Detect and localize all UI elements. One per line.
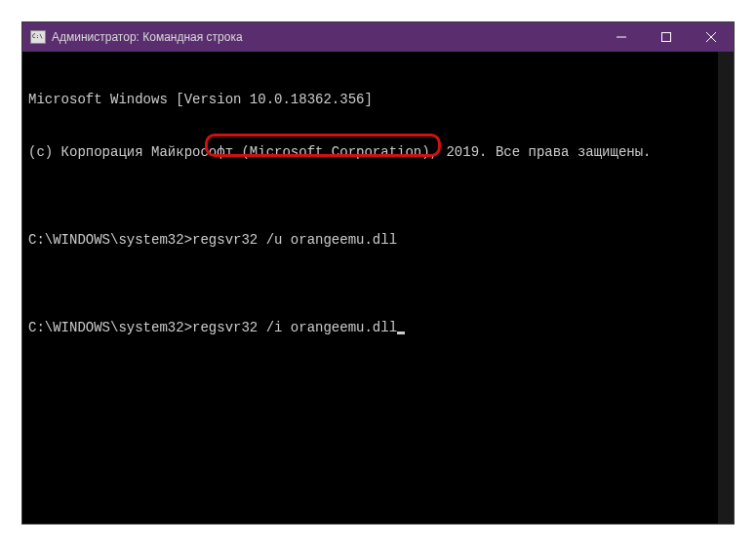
command-text: regsvr32 /u orangeemu.dll bbox=[192, 232, 397, 248]
copyright-line: (c) Корпорация Майкрософт (Microsoft Cor… bbox=[28, 143, 728, 161]
console-output[interactable]: Microsoft Windows [Version 10.0.18362.35… bbox=[22, 52, 734, 524]
close-icon bbox=[706, 32, 716, 42]
text-cursor bbox=[397, 332, 405, 334]
close-button[interactable] bbox=[689, 22, 734, 52]
prompt-path: C:\WINDOWS\system32> bbox=[28, 320, 192, 335]
svg-rect-1 bbox=[662, 33, 671, 42]
minimize-button[interactable] bbox=[599, 22, 644, 52]
command-text: regsvr32 /i orangeemu.dll bbox=[192, 320, 397, 335]
maximize-icon bbox=[661, 32, 671, 42]
window-title: Администратор: Командная строка bbox=[52, 30, 599, 44]
version-line: Microsoft Windows [Version 10.0.18362.35… bbox=[28, 91, 728, 108]
prompt-path: C:\WINDOWS\system32> bbox=[28, 232, 192, 248]
titlebar[interactable]: Администратор: Командная строка bbox=[22, 22, 734, 52]
vertical-scrollbar[interactable] bbox=[718, 52, 734, 524]
cmd-icon bbox=[30, 30, 46, 44]
command-prompt-window: Администратор: Командная строка Microsof… bbox=[21, 21, 735, 525]
window-controls bbox=[599, 22, 734, 52]
command-line-2: C:\WINDOWS\system32>regsvr32 /i orangeem… bbox=[28, 319, 728, 336]
minimize-icon bbox=[617, 32, 626, 42]
command-line-1: C:\WINDOWS\system32>regsvr32 /u orangeem… bbox=[28, 231, 728, 249]
maximize-button[interactable] bbox=[644, 22, 689, 52]
